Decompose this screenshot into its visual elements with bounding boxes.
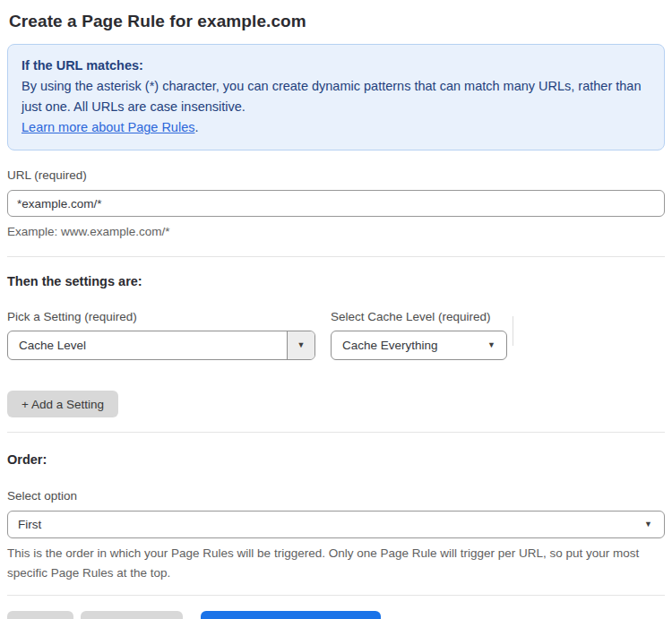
page-title: Create a Page Rule for example.com — [9, 11, 665, 32]
setting-picker-column: Pick a Setting (required) Cache Level ▼ — [7, 310, 315, 360]
setting-picker-arrow-button[interactable]: ▼ — [287, 331, 314, 359]
save-as-draft-button[interactable]: Save as Draft — [81, 611, 183, 619]
settings-row: Pick a Setting (required) Cache Level ▼ … — [7, 310, 665, 360]
create-page-rule-form: Create a Page Rule for example.com If th… — [0, 0, 672, 619]
learn-more-link[interactable]: Learn more about Page Rules — [22, 120, 194, 134]
order-section-heading: Order: — [7, 452, 665, 468]
form-actions: Cancel Save as Draft Save and Deploy Pag… — [7, 611, 665, 619]
order-select[interactable]: First ▼ — [7, 511, 665, 538]
link-period: . — [194, 120, 198, 134]
url-input[interactable] — [7, 190, 665, 217]
order-select-arrow: ▼ — [644, 520, 664, 529]
cancel-button[interactable]: Cancel — [7, 611, 73, 619]
info-box-body: By using the asterisk (*) character, you… — [22, 76, 650, 117]
cache-level-value: Cache Everything — [332, 331, 487, 359]
divider — [7, 256, 665, 257]
setting-picker-dropdown[interactable]: Cache Level ▼ — [7, 331, 315, 360]
settings-section-heading: Then the settings are: — [7, 274, 665, 289]
url-matches-info-box: If the URL matches: By using the asteris… — [7, 44, 665, 150]
save-and-deploy-button[interactable]: Save and Deploy Page Rule — [201, 611, 382, 619]
setting-picker-label: Pick a Setting (required) — [7, 310, 315, 324]
info-box-heading: If the URL matches: — [22, 56, 650, 76]
order-select-value: First — [8, 518, 644, 531]
info-box-link-line: Learn more about Page Rules. — [22, 117, 650, 138]
order-select-label: Select option — [7, 489, 665, 503]
url-helper-text: Example: www.example.com/* — [7, 222, 665, 242]
cache-level-label: Select Cache Level (required) — [331, 310, 507, 324]
add-setting-button[interactable]: + Add a Setting — [7, 391, 118, 417]
chevron-down-icon: ▼ — [487, 341, 495, 349]
column-edge-divider — [513, 316, 513, 346]
order-helper-text: This is the order in which your Page Rul… — [7, 544, 652, 583]
chevron-down-icon: ▼ — [644, 520, 652, 529]
cache-level-dropdown[interactable]: Cache Everything ▼ — [331, 331, 507, 360]
divider — [7, 432, 665, 433]
cache-level-arrow: ▼ — [487, 331, 506, 359]
cache-level-column: Select Cache Level (required) Cache Ever… — [331, 310, 507, 360]
divider — [7, 595, 665, 596]
url-field-label: URL (required) — [7, 168, 665, 183]
chevron-down-icon: ▼ — [297, 341, 306, 349]
setting-picker-value: Cache Level — [8, 331, 287, 359]
